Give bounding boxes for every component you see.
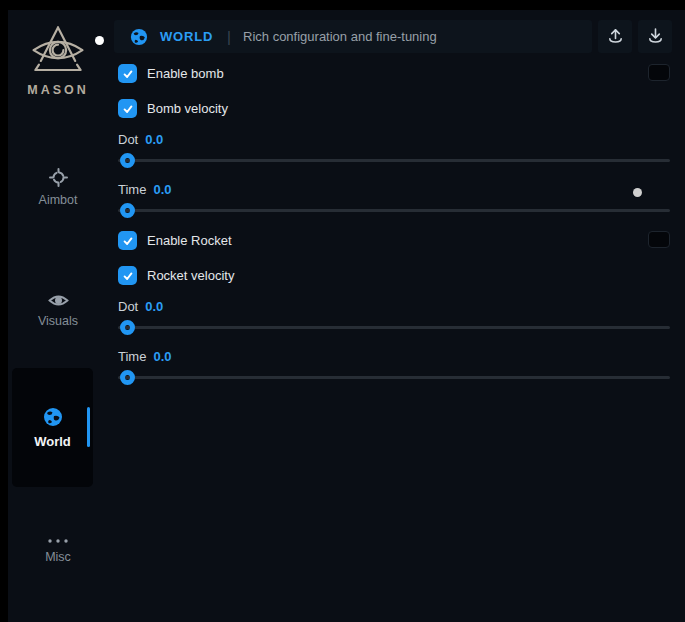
sidebar: MASON Aimbot (8, 10, 108, 622)
sidebar-item-misc[interactable]: Misc (8, 538, 108, 564)
upload-config-button[interactable] (598, 20, 632, 53)
toggle-label: Enable bomb (147, 66, 224, 81)
toggle-row: Rocket velocity (118, 266, 234, 285)
sidebar-item-visuals[interactable]: Visuals (8, 293, 108, 328)
slider-label-row: Dot 0.0 (118, 299, 163, 314)
cursor-dot (633, 188, 642, 197)
sidebar-item-label: Aimbot (39, 194, 78, 207)
check-icon (122, 270, 134, 282)
sidebar-item-label: World (34, 434, 71, 449)
toggle-label: Enable Rocket (147, 233, 232, 248)
bomb-time-slider[interactable] (118, 209, 670, 212)
slider-thumb[interactable] (120, 320, 135, 335)
slider-label-row: Time 0.0 (118, 182, 171, 197)
sidebar-item-aimbot[interactable]: Aimbot (8, 168, 108, 207)
globe-icon (43, 407, 63, 427)
slider-thumb[interactable] (120, 153, 135, 168)
crosshair-icon (49, 168, 68, 187)
upload-icon (607, 27, 624, 46)
rocket-color-swatch[interactable] (648, 231, 670, 248)
ellipsis-icon (47, 538, 69, 544)
rocket-dot-slider[interactable] (118, 326, 670, 329)
main-panel: MASON Aimbot (8, 10, 685, 622)
header-subtitle: Rich configuration and fine-tuning (243, 29, 437, 44)
header-tab-label: WORLD (160, 29, 213, 44)
enable-bomb-checkbox[interactable] (118, 64, 137, 83)
toggle-label: Rocket velocity (147, 268, 234, 283)
eye-icon (48, 293, 69, 308)
sidebar-item-world[interactable]: World (12, 368, 93, 487)
active-tab-indicator (87, 407, 90, 447)
slider-label: Dot (118, 132, 138, 147)
bomb-dot-slider[interactable] (118, 159, 670, 162)
app-window: MASON Aimbot (0, 0, 685, 622)
app-logo: MASON (8, 24, 108, 97)
bomb-velocity-checkbox[interactable] (118, 99, 137, 118)
slider-label-row: Dot 0.0 (118, 132, 163, 147)
slider-value: 0.0 (145, 299, 163, 314)
toggle-row: Enable Rocket (118, 231, 232, 250)
download-icon (647, 27, 664, 46)
sidebar-item-label: Visuals (38, 315, 78, 328)
header-separator: | (227, 28, 231, 45)
eye-pyramid-icon (29, 24, 87, 78)
cursor-dot (95, 36, 104, 45)
slider-label: Time (118, 349, 146, 364)
check-icon (122, 103, 134, 115)
check-icon (122, 68, 134, 80)
rocket-time-slider[interactable] (118, 376, 670, 379)
header-bar: WORLD | Rich configuration and fine-tuni… (114, 20, 592, 53)
download-config-button[interactable] (638, 20, 672, 53)
slider-label: Time (118, 182, 146, 197)
slider-value: 0.0 (153, 182, 171, 197)
slider-value: 0.0 (153, 349, 171, 364)
sidebar-item-label: Misc (45, 551, 71, 564)
toggle-row: Bomb velocity (118, 99, 228, 118)
check-icon (122, 235, 134, 247)
slider-label-row: Time 0.0 (118, 349, 171, 364)
slider-value: 0.0 (145, 132, 163, 147)
rocket-velocity-checkbox[interactable] (118, 266, 137, 285)
globe-icon (130, 28, 148, 46)
header-tab-world[interactable]: WORLD (130, 28, 213, 46)
toggle-row: Enable bomb (118, 64, 224, 83)
toggle-label: Bomb velocity (147, 101, 228, 116)
slider-label: Dot (118, 299, 138, 314)
logo-text: MASON (8, 83, 108, 97)
slider-thumb[interactable] (120, 370, 135, 385)
bomb-color-swatch[interactable] (648, 64, 670, 81)
enable-rocket-checkbox[interactable] (118, 231, 137, 250)
slider-thumb[interactable] (120, 203, 135, 218)
